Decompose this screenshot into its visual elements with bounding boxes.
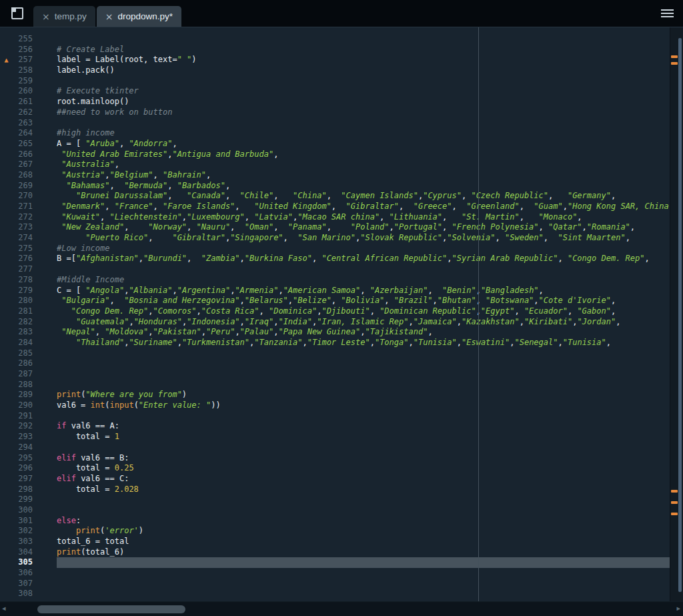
code-line-282[interactable]: "Guatemala","Honduras","Indonesia","Iraq…: [57, 317, 670, 328]
margin-guide-line: [478, 27, 479, 601]
code-line-275[interactable]: #Low income: [57, 244, 670, 254]
tab-close-icon[interactable]: ×: [105, 12, 113, 21]
code-line-308[interactable]: [57, 589, 670, 599]
code-line-264[interactable]: #high income: [57, 128, 670, 139]
code-line-300[interactable]: [57, 505, 670, 516]
code-line-256[interactable]: # Create Label: [57, 45, 670, 55]
gutter-icon-slot: [0, 118, 13, 129]
gutter-icon-slot: [0, 516, 13, 527]
code-line-285[interactable]: [57, 348, 670, 359]
tab-temp-py[interactable]: ×temp.py: [33, 6, 95, 27]
code-line-301[interactable]: else:: [57, 516, 670, 527]
code-line-297[interactable]: elif val6 == C:: [57, 474, 670, 485]
code-line-307[interactable]: [57, 579, 670, 589]
gutter-icon-slot: [0, 547, 13, 558]
gutter-icon-slot: [0, 453, 13, 464]
code-line-287[interactable]: [57, 369, 670, 380]
gutter-icon-slot: [0, 244, 13, 254]
line-number-291: 291: [0, 411, 37, 422]
code-line-273[interactable]: "New Zealand", "Norway", "Nauru", "Oman"…: [57, 222, 670, 233]
code-line-290[interactable]: val6 = int(input("Enter value: ")): [57, 400, 670, 411]
code-line-269[interactable]: "Bahamas", "Bermuda", "Barbados",: [57, 181, 670, 192]
line-number-258: 258: [0, 65, 37, 76]
code-line-261[interactable]: root.mainloop(): [57, 97, 670, 107]
code-line-259[interactable]: [57, 76, 670, 87]
code-line-298[interactable]: total = 2.028: [57, 485, 670, 495]
tab-dropdown-py[interactable]: ×dropdown.py*: [97, 6, 181, 27]
code-line-274[interactable]: "Puerto Rico", "Gibraltar","Singapore", …: [57, 233, 670, 244]
code-line-284[interactable]: "Thailand","Suriname","Turkmenistan","Ta…: [57, 338, 670, 348]
new-window-icon[interactable]: [11, 7, 23, 19]
code-line-281[interactable]: "Congo Dem. Rep","Comoros","Costa Rica",…: [57, 306, 670, 317]
gutter-icon-slot: [0, 45, 13, 55]
code-line-302[interactable]: print('error'): [57, 526, 670, 537]
gutter-icon-slot: [0, 432, 13, 442]
scrollbar-warning-mark[interactable]: [671, 501, 678, 504]
code-line-291[interactable]: [57, 411, 670, 422]
code-line-279[interactable]: C = [ "Angola","Albania","Argentina","Ar…: [57, 286, 670, 296]
code-line-283[interactable]: "Nepal", "Moldova","Pakistan","Peru","Pa…: [57, 327, 670, 338]
scrollbar-warning-mark[interactable]: [671, 62, 678, 65]
code-line-258[interactable]: label.pack(): [57, 65, 670, 76]
line-number-265: 265: [0, 139, 37, 149]
horizontal-scrollbar-thumb[interactable]: [37, 605, 185, 613]
line-number-276: 276: [0, 254, 37, 264]
code-line-265[interactable]: A = [ "Aruba", "Andorra",: [57, 139, 670, 149]
code-line-280[interactable]: "Bulgaria", "Bosnia and Herzegovina","Be…: [57, 296, 670, 306]
tab-close-icon[interactable]: ×: [42, 12, 50, 21]
code-line-293[interactable]: total = 1: [57, 432, 670, 442]
code-line-257[interactable]: label = Label(root, text=" "): [57, 55, 670, 65]
code-line-296[interactable]: total = 0.25: [57, 463, 670, 474]
code-line-286[interactable]: [57, 358, 670, 369]
code-line-289[interactable]: print("Where are you from"): [57, 390, 670, 400]
code-line-267[interactable]: "Australia",: [57, 160, 670, 170]
editor[interactable]: 255256▲257258259260261262263264265266267…: [0, 27, 683, 601]
gutter-icon-slot: [0, 526, 13, 537]
gutter-icon-slot: [0, 327, 13, 338]
line-number-289: 289: [0, 390, 37, 400]
gutter-icon-slot: [0, 76, 13, 87]
line-number-297: 297: [0, 474, 37, 485]
code-line-262[interactable]: ##need to work on button: [57, 107, 670, 118]
code-line-255[interactable]: [57, 34, 670, 45]
code-line-270[interactable]: "Brunei Darussalam", "Canada", "Chile", …: [57, 191, 670, 202]
code-line-268[interactable]: "Austria","Belgium", "Bahrain",: [57, 170, 670, 181]
horizontal-scrollbar[interactable]: ◂ ▸: [0, 601, 683, 616]
line-number-296: 296: [0, 463, 37, 474]
line-number-301: 301: [0, 516, 37, 527]
code-line-271[interactable]: "Denmark", "France", "Faroe Islands", "U…: [57, 202, 670, 212]
scrollbar-warning-mark[interactable]: [671, 513, 678, 515]
code-line-266[interactable]: "United Arab Emirates","Antigua and Barb…: [57, 149, 670, 160]
code-line-303[interactable]: total_6 = total: [57, 537, 670, 547]
vertical-scrollbar-thumb[interactable]: [678, 38, 682, 592]
code-line-276[interactable]: B =["Afghanistan","Burundi", "Zambia","B…: [57, 254, 670, 264]
code-line-294[interactable]: [57, 442, 670, 453]
code-line-278[interactable]: #Middle Income: [57, 275, 670, 286]
gutter-icon-slot: [0, 369, 13, 380]
code-area[interactable]: # Create Labellabel = Label(root, text="…: [37, 27, 670, 601]
code-line-288[interactable]: [57, 380, 670, 390]
code-line-299[interactable]: [57, 495, 670, 505]
code-line-260[interactable]: # Execute tkinter: [57, 86, 670, 97]
gutter-icon-slot: [0, 400, 13, 411]
code-line-272[interactable]: "Kuwait", "Liechtenstein","Luxembourg", …: [57, 212, 670, 223]
menu-icon[interactable]: [661, 9, 674, 19]
gutter-icon-slot: [0, 34, 13, 45]
scrollbar-warning-mark[interactable]: [671, 490, 678, 493]
line-number-273: 273: [0, 222, 37, 233]
code-line-295[interactable]: elif val6 == B:: [57, 453, 670, 464]
line-number-281: 281: [0, 306, 37, 317]
code-lines: # Create Labellabel = Label(root, text="…: [37, 34, 670, 599]
warning-icon[interactable]: ▲: [0, 55, 13, 65]
scrollbar-warning-mark[interactable]: [671, 55, 678, 58]
code-line-277[interactable]: [57, 264, 670, 275]
code-line-304[interactable]: print(total_6): [57, 547, 670, 558]
code-line-263[interactable]: [57, 118, 670, 129]
gutter-icon-slot: [0, 212, 13, 223]
vertical-scrollbar[interactable]: [670, 27, 683, 601]
code-line-292[interactable]: if val6 == A:: [57, 421, 670, 432]
code-line-306[interactable]: [57, 568, 670, 579]
code-line-305[interactable]: [57, 557, 670, 568]
scroll-left-arrow-icon[interactable]: ◂: [2, 604, 6, 613]
scroll-right-arrow-icon[interactable]: ▸: [676, 604, 680, 613]
